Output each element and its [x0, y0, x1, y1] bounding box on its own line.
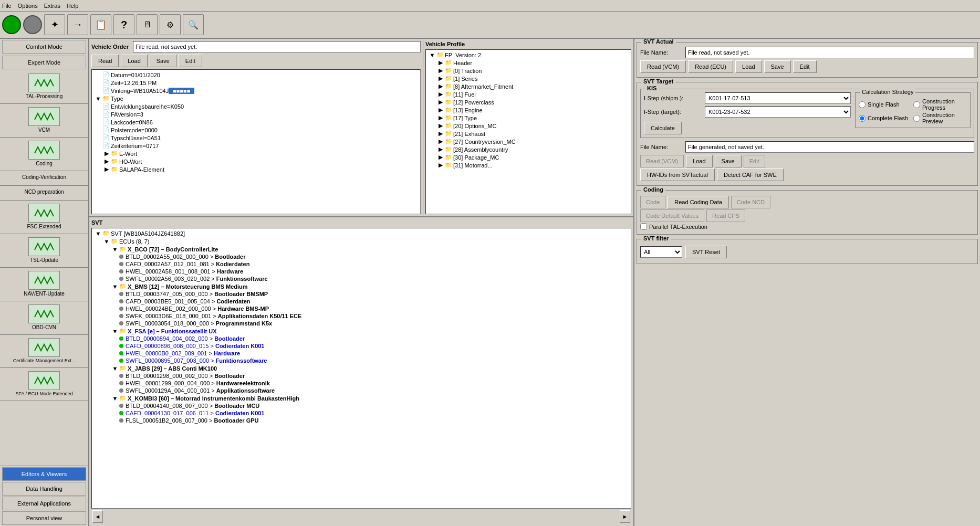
sidebar-icon-cert[interactable] [28, 338, 60, 357]
svt-target-save-btn[interactable]: Save [715, 155, 742, 167]
svt-actual-read-vcm-btn[interactable]: Read (VCM) [640, 60, 686, 73]
tree-item-salapa[interactable]: ▶ 📁 SALAPA-Element [101, 165, 419, 173]
vp-item-package[interactable]: ▶ 📁 [30] Package_MC [435, 153, 630, 161]
svt-jabs[interactable]: ▼ 📁 X_JABS [29] – ABS Conti MK100 [110, 364, 630, 372]
vp-item-assembly[interactable]: ▶ 📁 [28] Assemblycountry [435, 145, 630, 153]
svt-bco[interactable]: ▼ 📁 X_BCO [72] – BodyControllerLite [110, 245, 630, 253]
strategy-construction-progress[interactable]: Construction Progress [913, 98, 967, 111]
code-btn[interactable]: Code [640, 196, 665, 208]
tree-item-typschl[interactable]: 📄 Typschlüssel=0A51 [101, 134, 419, 142]
svt-bms-cafd[interactable]: CAFD_00003BE5_001_005_004 > Codierdaten [118, 298, 630, 305]
vo-save-btn[interactable]: Save [150, 55, 176, 67]
sidebar-icon-fsc[interactable] [28, 204, 60, 223]
svt-scroll-left[interactable]: ◄ [92, 510, 103, 523]
svt-root[interactable]: ▼ 📁 SVT [WB10A5104JZ641882] [93, 229, 630, 237]
svt-bco-btld[interactable]: BTLD_00002A55_002_000_000 > Bootloader [118, 253, 630, 260]
menu-help[interactable]: Help [67, 3, 79, 9]
tree-item-howort[interactable]: ▶ 📁 HO-Wort [101, 157, 419, 165]
svt-target-read-vcm-btn[interactable]: Read (VCM) [640, 155, 684, 167]
tree-item-type[interactable]: ▼ 📁 Type [93, 94, 419, 102]
toolbar-btn-gray[interactable] [23, 15, 42, 34]
sidebar-icon-coding[interactable] [28, 141, 60, 160]
svt-kombi-btld[interactable]: BTLD_00004140_008_007_000 > Bootloader M… [118, 402, 630, 409]
vp-item-fuel[interactable]: ▶ 📁 [11] Fuel [435, 90, 630, 98]
vp-item-exhaust[interactable]: ▶ 📁 [21] Exhaust [435, 130, 630, 138]
svt-fsa-swfl[interactable]: SWFL_00000895_007_003_000 > Funktionssof… [118, 357, 630, 364]
vo-edit-btn[interactable]: Edit [179, 55, 202, 67]
svt-kombi[interactable]: ▼ 📁 X_KOMBI3 [60] – Motorrad Instrumente… [110, 394, 630, 402]
svt-fsa[interactable]: ▼ 📁 X_FSA [e] – Funktionssatellit UX [110, 327, 630, 335]
svt-actual-save-btn[interactable]: Save [764, 60, 791, 73]
svt-kombi-cafd[interactable]: CAFD_00004130_017_006_011 > Codierdaten … [118, 409, 630, 417]
vehicle-order-filename[interactable] [133, 41, 421, 52]
tree-item-zeitkrit[interactable]: 📄 Zeitkriterium=0717 [101, 142, 419, 150]
svt-fsa-btld[interactable]: BTLD_00000894_004_002_000 > Bootloader [118, 335, 630, 342]
sidebar-expert-mode[interactable]: Expert Mode [2, 56, 86, 69]
toolbar-btn-monitor[interactable]: 🖥 [137, 14, 158, 35]
toolbar-btn-star[interactable]: ✦ [44, 14, 65, 35]
svt-scroll-right[interactable]: ► [620, 510, 630, 523]
svt-bms-swfl[interactable]: SWFL_00003054_018_000_000 > Programmstan… [118, 320, 630, 327]
svt-actual-edit-btn[interactable]: Edit [793, 60, 817, 73]
svt-fsa-cafd[interactable]: CAFD_00000896_008_000_015 > Codierdaten … [118, 342, 630, 350]
tree-item-entwicklung[interactable]: 📄 Entwicklungsbaureihe=K050 [101, 102, 419, 110]
menu-file[interactable]: File [2, 3, 12, 9]
vp-item-options[interactable]: ▶ 📁 [20] Options_MC [435, 122, 630, 130]
toolbar-btn-search[interactable]: 🔍 [183, 14, 204, 35]
vp-item-engine[interactable]: ▶ 📁 [13] Engine [435, 106, 630, 114]
sidebar-icon-nav[interactable] [28, 271, 60, 290]
toolbar-btn-arrow[interactable]: → [67, 14, 88, 35]
sidebar-btn-data-handling[interactable]: Data Handling [2, 482, 86, 496]
toolbar-btn-settings[interactable]: ⚙ [160, 14, 181, 35]
toolbar-btn-green[interactable] [2, 15, 21, 34]
sidebar-icon-tsl[interactable] [28, 237, 60, 256]
sidebar-btn-editors[interactable]: Editors & Viewers [2, 467, 86, 481]
vo-load-btn[interactable]: Load [121, 55, 147, 67]
vp-item-header[interactable]: ▶ 📁 Header [435, 59, 630, 67]
sidebar-icon-vcm[interactable] [28, 107, 60, 126]
svt-kombi-flsl[interactable]: FLSL_000051B2_008_007_000 > Bootloader G… [118, 417, 630, 424]
svt-bms-hwel[interactable]: HWEL_000024BE_002_000_000 > Hardware BMS… [118, 305, 630, 312]
svt-bms-btld[interactable]: BTLD_00003747_005_000_000 > Bootloader B… [118, 290, 630, 298]
tree-item-polster[interactable]: 📄 Polstercode=0000 [101, 126, 419, 134]
istep-shipm-select[interactable]: K001-17-07-513 [705, 92, 851, 104]
tree-item-faversion[interactable]: 📄 FAVersion=3 [101, 110, 419, 118]
svt-filter-select[interactable]: All [640, 246, 682, 258]
sidebar-btn-external-apps[interactable]: External Applications [2, 497, 86, 510]
detect-caf-btn[interactable]: Detect CAF for SWE [717, 169, 784, 181]
read-cps-btn[interactable]: Read CPS [706, 209, 745, 222]
vo-read-btn[interactable]: Read [91, 55, 119, 67]
svt-target-load-btn[interactable]: Load [686, 155, 712, 167]
vp-item-motorrad[interactable]: ▶ 📁 [31] Motorrad... [435, 161, 630, 169]
menu-options[interactable]: Options [18, 3, 38, 9]
code-default-values-btn[interactable]: Code Default Values [640, 209, 704, 222]
svt-jabs-btld[interactable]: BTLD_00001298_000_002_000 > Bootloader [118, 372, 630, 380]
sidebar-icon-obd[interactable] [28, 304, 60, 323]
code-ncd-btn[interactable]: Code NCD [731, 196, 770, 208]
strategy-complete-flash[interactable]: Complete Flash [859, 112, 912, 124]
vehicle-profile-tree[interactable]: ▼ 📁 FP_Version: 2 ▶ 📁 Header ▶ 📁 [0] Tra… [425, 49, 631, 214]
calculate-btn[interactable]: Calculate [644, 122, 682, 134]
svt-bco-swfl[interactable]: SWFL_00002A56_003_020_002 > Funktionssof… [118, 275, 630, 282]
hw-ids-btn[interactable]: HW-IDs from SVTactual [640, 169, 715, 181]
read-coding-data-btn[interactable]: Read Coding Data [668, 196, 729, 208]
svt-bms-swfk[interactable]: SWFK_00003D6E_018_000_001 > Applikations… [118, 312, 630, 320]
svt-actual-read-ecu-btn[interactable]: Read (ECU) [688, 60, 733, 73]
vp-item-series[interactable]: ▶ 📁 [1] Series [435, 75, 630, 82]
svt-target-filename-input[interactable] [685, 141, 974, 153]
vehicle-order-tree[interactable]: 📄 Datum=01/01/2020 📄 Zeit=12:26:15 PM 📄 … [91, 69, 421, 214]
svt-bco-cafd[interactable]: CAFD_00002A57_012_001_081 > Kodierdaten [118, 260, 630, 268]
svt-tree[interactable]: ▼ 📁 SVT [WB10A5104JZ641882] ▼ 📁 ECUs (8,… [91, 228, 631, 509]
svt-target-edit-btn[interactable]: Edit [744, 155, 765, 167]
istep-target-select[interactable]: K001-23-07-532 [705, 106, 851, 118]
svt-bms[interactable]: ▼ 📁 X_BMS [12] – Motorsteuerung BMS Medi… [110, 282, 630, 290]
sidebar-icon-tal[interactable] [28, 73, 60, 92]
tree-item-zeit[interactable]: 📄 Zeit=12:26:15 PM [93, 79, 419, 87]
vp-item-type17[interactable]: ▶ 📁 [17] Type [435, 114, 630, 122]
strategy-construction-preview[interactable]: Construction Preview [913, 112, 967, 124]
svt-bco-hwel[interactable]: HWEL_00002A58_001_008_001 > Hardware [118, 268, 630, 275]
strategy-single-flash[interactable]: Single Flash [859, 98, 912, 111]
menu-extras[interactable]: Extras [44, 3, 60, 9]
tree-item-lackcode[interactable]: 📄 Lackcode=0N86 [101, 118, 419, 126]
vp-item-fp[interactable]: ▼ 📁 FP_Version: 2 [427, 51, 630, 59]
